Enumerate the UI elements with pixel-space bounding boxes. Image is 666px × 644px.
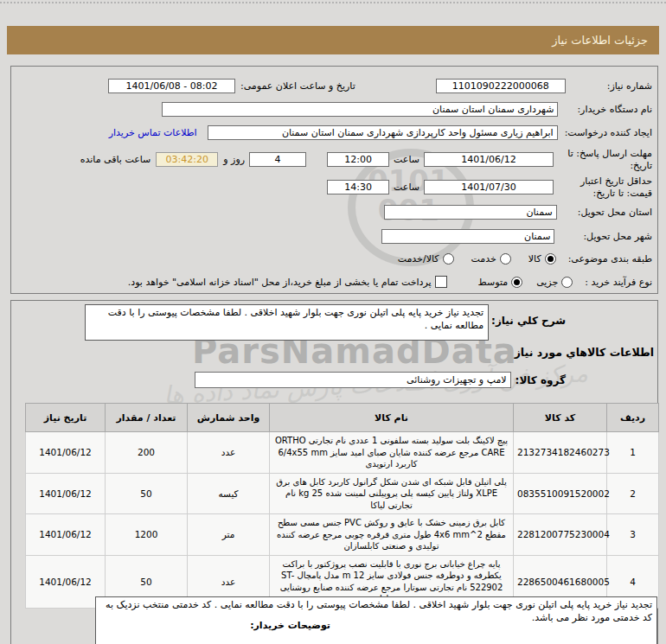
col-date: تاریخ نیاز — [26, 404, 106, 432]
radio-medium-icon[interactable] — [511, 277, 522, 288]
col-qty: تعداد / مقدار — [106, 404, 188, 432]
hour-label-1: ساعت — [394, 154, 419, 165]
row-province: استان محل تحویل: سمنان — [16, 205, 652, 220]
buyer-name-label: نام دستگاه خریدار: — [577, 104, 652, 115]
row-goods-group: گروه کالا: لامپ و تجهیزات روشنائی — [16, 372, 652, 388]
hour-label-2: ساعت — [394, 182, 419, 193]
cell-name: پلی اتیلن قابل شبکه ای شدن شکل گرانول کا… — [270, 473, 514, 514]
table-row: 3 2281200775230004 کابل برق زمینی خشک با… — [26, 514, 659, 556]
cell-code: 2132734182460273 — [514, 432, 607, 474]
days-label: روز و — [223, 154, 245, 165]
cell-qty: 50 — [106, 473, 188, 514]
radio-service-label: خدمت — [471, 253, 496, 265]
radio-service-icon[interactable] — [500, 253, 511, 265]
category-label: طبقه بندی موضوعی: — [568, 253, 652, 265]
row-need-description: شرح کلي نیاز: تجدید نیاز خرید پایه پلی ا… — [16, 304, 652, 341]
radio-partial[interactable]: جزیی — [536, 277, 573, 288]
row-creator: ایجاد کننده درخواست: ابراهیم زیاری مسئول… — [16, 125, 652, 140]
radio-partial-label: جزیی — [536, 277, 558, 288]
countdown-timer: 03:42:20 — [156, 152, 218, 167]
table-row: 2 0835510091520002 پلی اتیلن قابل شبکه ا… — [26, 473, 659, 514]
deadline-date-field[interactable]: 1401/06/12 — [424, 152, 554, 167]
cell-code: 0835510091520002 — [514, 473, 607, 514]
province-label: استان محل تحویل: — [578, 207, 652, 218]
row-buyer-name: نام دستگاه خریدار: شهرداری سمنان استان س… — [16, 102, 652, 117]
row-city: شهر محل تحویل: سمنان — [16, 229, 652, 244]
deadline-time-field[interactable]: 12:00 — [327, 152, 389, 167]
cell-row: 1 — [607, 432, 659, 474]
radio-goods-service[interactable]: کالا/خدمت — [398, 253, 454, 265]
need-number-field[interactable]: 1101090222000068 — [436, 79, 566, 93]
table-row: 1 2132734182460273 پیچ لاکینگ بلت سولید … — [26, 432, 659, 474]
goods-table: ردیف کد کالا نام کالا واحد شمارش تعداد /… — [25, 403, 659, 609]
col-name: نام کالا — [270, 404, 514, 432]
need-description-label: شرح کلي نیاز: — [491, 315, 566, 327]
creator-field[interactable]: ابراهیم زیاری مسئول واحد کارپردازی شهردا… — [208, 125, 558, 140]
cell-unit: متر — [188, 514, 270, 556]
radio-goods-service-label: کالا/خدمت — [398, 253, 439, 265]
radio-medium[interactable]: متوسط — [478, 277, 523, 288]
deadline-label: مهلت ارسال پاسخ: تا تاریخ: — [555, 148, 652, 172]
goods-group-label: گروه کالا: — [516, 374, 566, 386]
row-category: طبقه بندی موضوعی: کالا خدمت کالا/خدمت — [16, 253, 652, 265]
process-label: نوع فرآیند خرید : — [585, 277, 652, 288]
cell-name: پیچ لاکینگ بلت سولید بسته سلفونی 1 عددی … — [270, 432, 514, 474]
need-description-textarea[interactable]: تجدید نیاز خرید پایه پلی اتیلن نوری جهت … — [85, 304, 489, 341]
cell-unit: کیسه — [188, 473, 270, 514]
cell-name: کابل برق زمینی خشک با عایق و روکش PVC جن… — [270, 514, 514, 556]
row-process-type: نوع فرآیند خرید : جزیی متوسط پرداخت تمام… — [16, 276, 652, 288]
validity-date-field[interactable]: 1401/07/30 — [424, 180, 554, 194]
announce-datetime-label: تاریخ و ساعت اعلان عمومی: — [240, 80, 355, 92]
cell-unit: عدد — [188, 432, 270, 474]
row-response-deadline: مهلت ارسال پاسخ: تا تاریخ: 1401/06/12 سا… — [16, 148, 652, 172]
cell-row: 3 — [607, 514, 659, 556]
goods-table-header-row: ردیف کد کالا نام کالا واحد شمارش تعداد /… — [26, 404, 659, 432]
cell-date: 1401/06/12 — [26, 555, 106, 608]
goods-panel: شرح کلي نیاز: تجدید نیاز خرید پایه پلی ا… — [10, 300, 658, 644]
city-field[interactable]: سمنان — [381, 229, 554, 244]
cell-code: 2281200775230004 — [514, 514, 607, 556]
buyer-notes-textarea[interactable]: تجدید نیاز خرید پایه پلی اتیلن نوری جهت … — [95, 596, 657, 644]
days-remaining-field[interactable]: 4 — [249, 152, 306, 167]
cell-qty: 200 — [106, 432, 188, 474]
buyer-contact-link[interactable]: اطلاعات تماس خریدار — [109, 127, 197, 138]
radio-goods[interactable]: کالا — [528, 253, 556, 265]
col-unit: واحد شمارش — [188, 404, 270, 432]
remaining-label: ساعت باقی مانده — [80, 154, 151, 165]
goods-group-field[interactable]: لامپ و تجهیزات روشنائی — [195, 372, 511, 388]
goods-section-heading: اطلاعات کالاهاي مورد نیاز — [515, 346, 654, 359]
page-title: جزئیات اطلاعات نیاز — [552, 34, 648, 47]
col-code: کد کالا — [514, 404, 607, 432]
cell-row: 2 — [607, 473, 659, 514]
province-field[interactable]: سمنان — [384, 205, 557, 220]
validity-label: حداقل تاریخ اعتبار قیمت: تا تاریخ: — [555, 175, 652, 200]
validity-time-field[interactable]: 14:30 — [327, 180, 389, 194]
section-title-bar: جزئیات اطلاعات نیاز — [7, 26, 659, 54]
radio-goods-service-icon[interactable] — [443, 253, 454, 265]
treasury-checkbox-label: پرداخت تمام یا بخشی از مبلغ خرید،از محل … — [128, 277, 432, 288]
cell-date: 1401/06/12 — [26, 432, 106, 474]
city-label: شهر محل تحویل: — [583, 231, 652, 242]
row-price-validity: حداقل تاریخ اعتبار قیمت: تا تاریخ: 1401/… — [16, 175, 652, 200]
row-need-number: شماره نیاز: 1101090222000068 تاریخ و ساع… — [16, 79, 652, 93]
need-details-page: 0101 001 ParsNamadData مرکز فن آوری اطلا… — [0, 0, 666, 644]
cell-date: 1401/06/12 — [26, 514, 106, 556]
buyer-notes-label: توضیحات خریدار: — [250, 620, 330, 631]
radio-goods-label: کالا — [528, 253, 541, 265]
cell-date: 1401/06/12 — [26, 473, 106, 514]
treasury-checkbox-option[interactable]: پرداخت تمام یا بخشی از مبلغ خرید،از محل … — [128, 276, 447, 288]
col-row: ردیف — [607, 404, 659, 432]
cell-qty: 1200 — [106, 514, 188, 556]
need-number-label: شماره نیاز: — [607, 80, 652, 92]
radio-medium-label: متوسط — [478, 277, 509, 288]
radio-service[interactable]: خدمت — [471, 253, 511, 265]
top-dotted-divider — [0, 2, 666, 3]
buyer-name-field[interactable]: شهرداری سمنان استان سمنان — [162, 102, 558, 117]
radio-goods-icon[interactable] — [545, 253, 556, 265]
need-info-panel: شماره نیاز: 1101090222000068 تاریخ و ساع… — [10, 66, 658, 294]
treasury-checkbox[interactable] — [435, 276, 447, 288]
radio-partial-icon[interactable] — [561, 277, 573, 288]
creator-label: ایجاد کننده درخواست: — [565, 127, 652, 138]
announce-datetime-field[interactable]: 1401/06/08 - 08:02 — [108, 79, 235, 93]
